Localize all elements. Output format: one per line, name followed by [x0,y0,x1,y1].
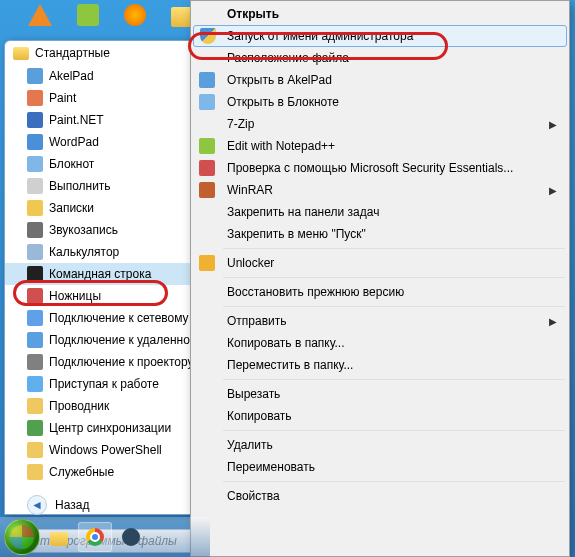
separator [223,306,565,307]
context-menu-item[interactable]: Открыть в AkelPad [193,69,567,91]
program-label: Подключение к удаленно [49,333,190,347]
start-menu: Стандартные AkelPadPaintPaint.NETWordPad… [4,40,214,515]
app-icon [27,112,43,128]
program-item[interactable]: Служебные [5,461,213,483]
context-menu-item[interactable]: Отправить▶ [193,310,567,332]
menu-item-label: WinRAR [227,183,273,197]
app-icon [27,156,43,172]
context-menu-item[interactable]: Восстановить прежнюю версию [193,281,567,303]
menu-item-label: Открыть в AkelPad [227,73,332,87]
program-item[interactable]: Paint.NET [5,109,213,131]
app-icon [199,182,215,198]
separator [223,248,565,249]
menu-item-label: Открыть [227,7,279,21]
program-item[interactable]: Подключение к проектору [5,351,213,373]
menu-item-label: Расположение файла [227,51,349,65]
program-label: Windows PowerShell [49,443,162,457]
submenu-arrow-icon: ▶ [549,119,557,130]
program-item[interactable]: Проводник [5,395,213,417]
program-item[interactable]: Центр синхронизации [5,417,213,439]
menu-item-label: Копировать [227,409,292,423]
context-menu-inner: ОткрытьЗапуск от имени администратораРас… [193,3,567,507]
app-icon [27,178,43,194]
taskbar-explorer[interactable] [42,522,76,552]
program-label: Блокнот [49,157,94,171]
start-orb[interactable] [4,519,40,555]
context-menu-item[interactable]: Запуск от имени администратора [193,25,567,47]
context-menu-item[interactable]: Открыть в Блокноте [193,91,567,113]
context-menu-item[interactable]: WinRAR▶ [193,179,567,201]
program-list: AkelPadPaintPaint.NETWordPadБлокнотВыпол… [5,65,213,483]
program-label: Калькулятор [49,245,119,259]
context-menu-item[interactable]: Закрепить в меню "Пуск" [193,223,567,245]
program-item[interactable]: Windows PowerShell [5,439,213,461]
menu-item-label: Восстановить прежнюю версию [227,285,404,299]
app-icon [199,138,215,154]
program-item[interactable]: Записки [5,197,213,219]
app-icon [199,94,215,110]
context-menu-item[interactable]: Переименовать [193,456,567,478]
context-menu-item[interactable]: Удалить [193,434,567,456]
taskbar-chrome[interactable] [78,522,112,552]
program-item[interactable]: Блокнот [5,153,213,175]
context-menu-item[interactable]: Unlocker [193,252,567,274]
separator [223,481,565,482]
program-item[interactable]: Подключение к удаленно [5,329,213,351]
back-label: Назад [55,498,89,512]
program-item[interactable]: WordPad [5,131,213,153]
program-item[interactable]: Выполнить [5,175,213,197]
app-icon [27,244,43,260]
program-label: Звукозапись [49,223,118,237]
taskbar-steam[interactable] [114,522,148,552]
app-icon [199,72,215,88]
program-label: Paint [49,91,76,105]
shield-icon [200,28,216,44]
program-item[interactable]: Подключение к сетевому [5,307,213,329]
folder-icon [27,464,43,480]
context-menu-item[interactable]: Вырезать [193,383,567,405]
context-menu-item[interactable]: Копировать [193,405,567,427]
program-label: Подключение к сетевому [49,311,189,325]
context-menu-item[interactable]: Проверка с помощью Microsoft Security Es… [193,157,567,179]
menu-item-label: 7-Zip [227,117,254,131]
vlc-icon[interactable] [28,4,52,26]
submenu-arrow-icon: ▶ [549,316,557,327]
firefox-icon[interactable] [124,4,146,26]
program-item[interactable]: Paint [5,87,213,109]
app-icon [27,90,43,106]
context-menu-item[interactable]: Edit with Notepad++ [193,135,567,157]
context-menu-item[interactable]: 7-Zip▶ [193,113,567,135]
app-icon [27,332,43,348]
back-arrow-icon: ◄ [27,495,47,515]
context-menu-item[interactable]: Копировать в папку... [193,332,567,354]
folder-icon [27,442,43,458]
menu-item-label: Закрепить в меню "Пуск" [227,227,366,241]
program-label: AkelPad [49,69,94,83]
program-item[interactable]: Ножницы [5,285,213,307]
start-folder-header[interactable]: Стандартные [5,41,213,65]
context-menu-item[interactable]: Открыть [193,3,567,25]
program-label: Центр синхронизации [49,421,171,435]
app-icon [27,68,43,84]
separator [223,430,565,431]
context-menu-item[interactable]: Расположение файла [193,47,567,69]
app-icon [27,354,43,370]
context-menu: ОткрытьЗапуск от имени администратораРас… [190,0,570,557]
program-item[interactable]: Калькулятор [5,241,213,263]
notepadpp-icon[interactable] [77,4,99,26]
program-item[interactable]: AkelPad [5,65,213,87]
separator [223,277,565,278]
menu-item-label: Отправить [227,314,287,328]
app-icon [199,160,215,176]
context-menu-item[interactable]: Переместить в папку... [193,354,567,376]
program-item[interactable]: Звукозапись [5,219,213,241]
program-item[interactable]: Приступая к работе [5,373,213,395]
program-label: WordPad [49,135,99,149]
program-item[interactable]: Командная строка [5,263,213,285]
app-icon [27,200,43,216]
program-label: Paint.NET [49,113,104,127]
context-menu-item[interactable]: Закрепить на панели задач [193,201,567,223]
context-menu-item[interactable]: Свойства [193,485,567,507]
menu-item-label: Edit with Notepad++ [227,139,335,153]
program-label: Записки [49,201,94,215]
